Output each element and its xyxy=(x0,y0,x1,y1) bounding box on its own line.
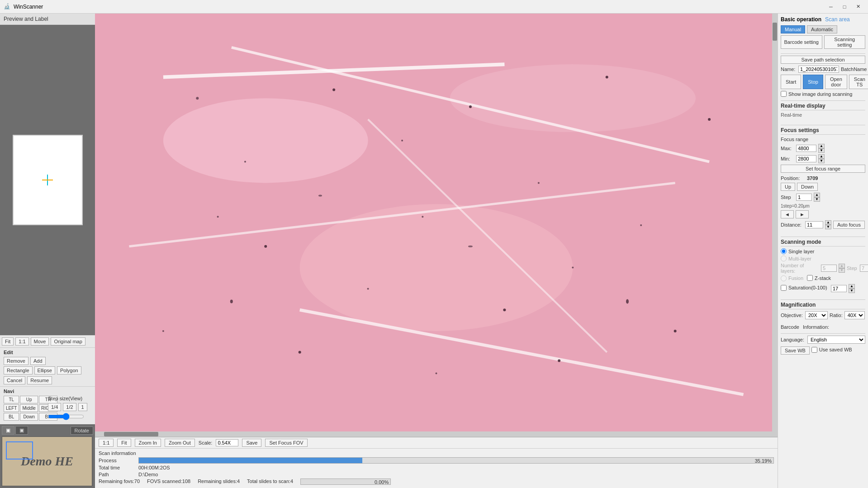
scanning-setting-button[interactable]: Scanning setting xyxy=(824,35,866,49)
navi-bl-button[interactable]: BL xyxy=(4,413,19,421)
right-arrow-button[interactable]: ► xyxy=(796,210,809,218)
thumb-tab-2[interactable]: ▣ xyxy=(15,426,28,435)
information-label[interactable]: Information: xyxy=(803,324,829,330)
navi-down-button[interactable]: Down xyxy=(20,413,38,421)
resume-button[interactable]: Resume xyxy=(27,376,52,384)
bottom-zoom-out-button[interactable]: Zoom Out xyxy=(165,439,195,447)
objective-select[interactable]: 20X 40X 10X xyxy=(805,311,828,319)
rectangle-button[interactable]: Rectangle xyxy=(4,366,33,374)
polygon-button[interactable]: Polygon xyxy=(57,366,81,374)
close-button[interactable]: ✕ xyxy=(852,2,864,11)
layers-up-button[interactable]: ▲ xyxy=(839,264,845,268)
distance-down-button[interactable]: ▼ xyxy=(825,225,831,229)
scan-ts-button[interactable]: Scan TS xyxy=(849,75,868,89)
position-up-button[interactable]: Up xyxy=(781,183,795,191)
z-stack-checkbox[interactable] xyxy=(807,275,813,281)
ellipse-button[interactable]: Ellipse xyxy=(34,366,55,374)
max-input[interactable] xyxy=(796,145,816,152)
view-toolbar: Fit 1:1 Move Original map xyxy=(0,335,95,347)
z-stack-label[interactable]: Z-stack xyxy=(807,275,831,281)
step-input[interactable] xyxy=(796,194,812,201)
saturation-down-button[interactable]: ▼ xyxy=(849,289,855,293)
stop-button[interactable]: Stop xyxy=(803,75,823,89)
save-wb-button[interactable]: Save WB xyxy=(781,346,810,355)
fit-button[interactable]: Fit xyxy=(2,337,14,346)
min-input[interactable] xyxy=(796,155,816,162)
v-scrollbar-thumb[interactable] xyxy=(773,23,777,41)
show-image-checkbox[interactable] xyxy=(781,91,787,97)
auto-focus-button[interactable]: Auto focus xyxy=(833,221,865,229)
bottom-fit-button[interactable]: Fit xyxy=(117,439,131,447)
bottom-1to1-button[interactable]: 1:1 xyxy=(99,439,114,447)
navi-left-button[interactable]: LEFT xyxy=(4,404,19,412)
ratio-select[interactable]: 40X 20X xyxy=(844,311,865,319)
automatic-tab[interactable]: Automatic xyxy=(807,25,837,33)
one-to-one-button[interactable]: 1:1 xyxy=(15,337,28,346)
open-door-button[interactable]: Open door xyxy=(825,75,847,89)
set-focus-fov-button[interactable]: Set Focus FOV xyxy=(265,439,307,447)
step-up-button[interactable]: ▲ xyxy=(814,193,820,197)
distance-input[interactable] xyxy=(805,221,823,228)
cancel-button[interactable]: Cancel xyxy=(4,376,25,384)
saturation-label-row[interactable]: Saturation(0-100) xyxy=(781,285,829,291)
scan-image[interactable] xyxy=(95,14,778,437)
fusion-radio[interactable] xyxy=(781,275,787,281)
app-title: WinScanner xyxy=(14,4,43,10)
vertical-scrollbar[interactable] xyxy=(772,14,778,437)
position-value: 3709 xyxy=(807,175,818,181)
step-slider[interactable] xyxy=(48,413,84,420)
navi-tl-button[interactable]: TL xyxy=(4,396,19,403)
divider-1 xyxy=(781,53,865,54)
single-layer-radio[interactable] xyxy=(781,248,787,254)
navi-middle-button[interactable]: Middle xyxy=(20,404,38,412)
thumb-tab-1[interactable]: ▣ xyxy=(2,426,14,435)
minimize-button[interactable]: ─ xyxy=(825,2,837,11)
bottom-zoom-in-button[interactable]: Zoom In xyxy=(135,439,161,447)
multi-layer-label[interactable]: Multi-layer xyxy=(781,256,865,261)
use-saved-wb-checkbox[interactable] xyxy=(811,347,817,353)
thumbnail-image[interactable]: Demo HE xyxy=(2,436,92,486)
step-one-button[interactable]: 1 xyxy=(78,403,87,411)
scale-input[interactable]: 0.54X xyxy=(216,439,238,446)
single-layer-label[interactable]: Single layer xyxy=(781,248,865,254)
start-button[interactable]: Start xyxy=(781,75,801,89)
multi-layer-radio[interactable] xyxy=(781,256,787,261)
move-button[interactable]: Move xyxy=(31,337,49,346)
fusion-label[interactable]: Fusion xyxy=(781,275,803,281)
distance-up-button[interactable]: ▲ xyxy=(825,220,831,225)
saturation-input[interactable] xyxy=(831,285,847,292)
navi-up-button[interactable]: Up xyxy=(20,396,38,403)
use-saved-wb-label[interactable]: Use saved WB xyxy=(811,347,852,353)
min-up-button[interactable]: ▲ xyxy=(818,154,825,159)
h-scrollbar-thumb[interactable] xyxy=(104,432,158,436)
saturation-checkbox[interactable] xyxy=(781,285,787,291)
save-path-button[interactable]: Save path selection xyxy=(781,56,865,64)
language-select[interactable]: English Chinese xyxy=(807,336,865,344)
remove-button[interactable]: Remove xyxy=(4,357,28,365)
rotate-button[interactable]: Rotate xyxy=(71,426,93,435)
scan-area-tab[interactable]: Scan area xyxy=(825,16,850,23)
bottom-save-button[interactable]: Save xyxy=(242,439,261,447)
step-quarter-button[interactable]: 1/4 xyxy=(48,403,61,411)
step-layers-input[interactable] xyxy=(860,265,868,272)
realtime-section: Real-time display Real-time xyxy=(781,103,865,119)
min-down-button[interactable]: ▼ xyxy=(818,159,825,163)
step-down-button[interactable]: ▼ xyxy=(814,197,820,202)
barcode-setting-button[interactable]: Barcode setting xyxy=(781,35,822,49)
left-arrow-button[interactable]: ◄ xyxy=(781,210,794,218)
name-input[interactable] xyxy=(798,66,839,73)
max-down-button[interactable]: ▼ xyxy=(818,148,825,153)
layers-input[interactable] xyxy=(821,265,837,272)
horizontal-scrollbar[interactable] xyxy=(95,431,772,437)
saturation-up-button[interactable]: ▲ xyxy=(849,284,855,289)
preview-box[interactable] xyxy=(13,135,83,225)
layers-down-button[interactable]: ▼ xyxy=(839,268,845,273)
maximize-button[interactable]: □ xyxy=(838,2,851,11)
add-button[interactable]: Add xyxy=(30,357,46,365)
step-half-button[interactable]: 1/2 xyxy=(63,403,76,411)
original-map-button[interactable]: Original map xyxy=(51,337,85,346)
max-up-button[interactable]: ▲ xyxy=(818,144,825,148)
position-down-button[interactable]: Down xyxy=(797,183,818,191)
set-focus-range-button[interactable]: Set focus range xyxy=(781,165,865,173)
manual-tab[interactable]: Manual xyxy=(781,25,805,33)
